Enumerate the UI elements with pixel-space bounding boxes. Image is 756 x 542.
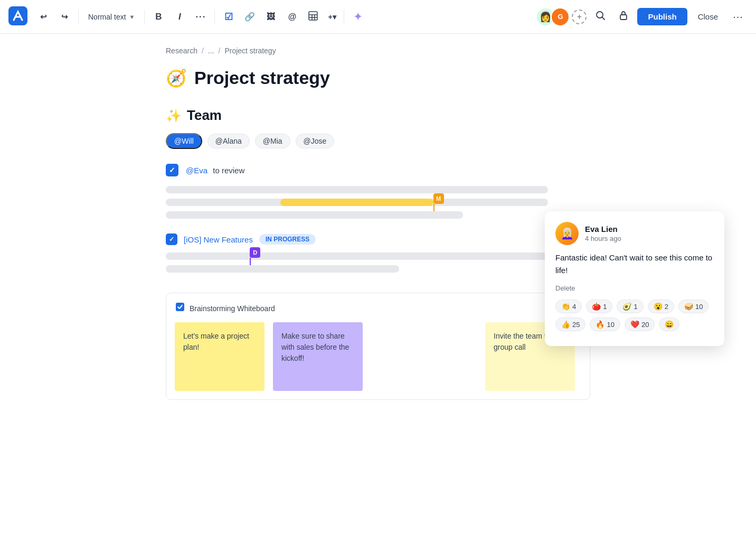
reaction-wow[interactable]: 😮 2: [648, 300, 674, 313]
mention-mia[interactable]: @Mia: [255, 134, 290, 148]
reaction-avocado-emoji: 🥑: [622, 302, 631, 311]
mention-list: @Will @Alana @Mia @Jose: [166, 133, 590, 149]
text-style-selector[interactable]: Normal text ▼: [83, 10, 140, 24]
task-text-1: @Eva to review: [186, 166, 244, 175]
chevron-down-icon: ▼: [129, 14, 135, 20]
comment-time: 4 hours ago: [585, 235, 621, 242]
mention-alana-label: @Alana: [215, 137, 242, 145]
reaction-thumbsup[interactable]: 👍 25: [555, 317, 585, 331]
page-title-row: 🧭 Project strategy: [166, 68, 590, 88]
publish-label: Publish: [648, 12, 676, 21]
whiteboard-section: Brainstorming Whiteboard Let's make a pr…: [166, 293, 590, 400]
comment-delete-button[interactable]: Delete: [555, 284, 714, 292]
text-style-label: Normal text: [88, 13, 126, 21]
reaction-avocado[interactable]: 🥑 1: [617, 300, 643, 313]
app-logo[interactable]: [8, 6, 27, 27]
gantt-bar-yellow: [280, 199, 433, 206]
link-icon: 🔗: [244, 12, 255, 22]
reaction-tomato-count: 1: [603, 303, 607, 311]
image-icon: 🖼: [267, 12, 275, 22]
comment-body: Fantastic idea! Can't wait to see this c…: [555, 251, 714, 277]
reaction-wow-emoji: 😮: [654, 302, 663, 311]
search-button[interactable]: [591, 7, 610, 26]
reaction-smile[interactable]: 😄: [659, 317, 679, 331]
comment-card: 👩‍🦳 Eva Lien 4 hours ago Fantastic idea!…: [545, 211, 724, 346]
undo-icon: ↩: [40, 12, 47, 22]
close-label: Close: [698, 12, 718, 21]
checkbox-insert-button[interactable]: ☑: [219, 7, 238, 26]
reaction-clap[interactable]: 👏 4: [555, 300, 582, 313]
comment-avatar-image: 👩‍🦳: [555, 222, 579, 245]
reaction-sandwich[interactable]: 🥪 10: [678, 300, 708, 313]
reaction-heart[interactable]: ❤️ 20: [625, 317, 655, 331]
reaction-smile-emoji: 😄: [665, 320, 674, 329]
italic-button[interactable]: I: [170, 7, 189, 26]
sparkle-icon: ✨: [166, 108, 182, 123]
gantt-section-1: M: [166, 186, 590, 224]
team-heading-text: Team: [187, 107, 222, 124]
mention-will[interactable]: @Will: [166, 133, 202, 149]
breadcrumb-item-1[interactable]: Research: [166, 46, 197, 55]
reaction-clap-emoji: 👏: [561, 302, 570, 311]
divider-1: [78, 10, 79, 24]
sticky-note-2-text: Make sure to share with sales before the…: [281, 331, 354, 364]
ai-button[interactable]: ✦: [348, 7, 367, 26]
search-icon: [595, 10, 606, 23]
toolbar-right: 👩 G +: [536, 7, 748, 26]
svg-rect-8: [620, 15, 627, 20]
sticky-note-1-text: Let's make a project plan!: [183, 331, 256, 353]
comment-header: 👩‍🦳 Eva Lien 4 hours ago: [555, 222, 714, 245]
mention-jose-label: @Jose: [304, 137, 327, 145]
task-card-name[interactable]: [iOS] New Features: [184, 235, 253, 244]
whiteboard-logo-icon: [175, 302, 185, 315]
comment-author-name: Eva Lien: [585, 225, 621, 233]
breadcrumb-item-3[interactable]: Project strategy: [224, 46, 276, 55]
svg-line-7: [602, 17, 605, 20]
comment-author-info: Eva Lien 4 hours ago: [585, 225, 621, 242]
close-button[interactable]: Close: [692, 8, 724, 25]
mention-mia-label: @Mia: [263, 137, 282, 145]
reaction-heart-emoji: ❤️: [630, 320, 639, 329]
reaction-wow-count: 2: [665, 303, 668, 311]
reaction-fire[interactable]: 🔥 10: [590, 317, 620, 331]
gantt-marker-m: M: [433, 193, 444, 204]
avatar-group: 👩 G +: [536, 7, 587, 26]
table-button[interactable]: [304, 7, 323, 26]
link-button[interactable]: 🔗: [240, 7, 259, 26]
reaction-heart-count: 20: [641, 321, 649, 329]
mention-button[interactable]: @: [282, 7, 301, 26]
avatar-user2[interactable]: G: [551, 7, 570, 26]
gantt-section-2: D: [166, 253, 590, 278]
more-formatting-icon: ···: [195, 12, 206, 22]
mention-will-label: @Will: [174, 137, 194, 145]
add-user-button[interactable]: +: [572, 10, 587, 24]
more-icon: ···: [733, 11, 743, 23]
team-section-heading: ✨ Team: [166, 107, 590, 124]
redo-button[interactable]: ↪: [55, 7, 74, 26]
mention-alana[interactable]: @Alana: [207, 134, 250, 148]
lock-button[interactable]: [614, 7, 633, 26]
breadcrumb-sep-1: /: [202, 46, 204, 55]
avatar-photo: 👩: [540, 11, 551, 23]
checkbox-checked-icon[interactable]: [166, 164, 178, 176]
italic-icon: I: [178, 12, 181, 22]
more-formatting-button[interactable]: ···: [191, 7, 210, 26]
undo-button[interactable]: ↩: [34, 7, 53, 26]
task-card-checkbox[interactable]: [166, 233, 177, 245]
more-options-button[interactable]: ···: [729, 7, 748, 26]
reaction-tomato[interactable]: 🍅 1: [586, 300, 612, 313]
reaction-thumbsup-count: 25: [572, 321, 580, 329]
task-mention[interactable]: @Eva: [186, 166, 207, 175]
publish-button[interactable]: Publish: [637, 8, 687, 25]
whiteboard-label[interactable]: Brainstorming Whiteboard: [190, 304, 275, 313]
divider-3: [214, 10, 215, 24]
breadcrumb-item-2[interactable]: ...: [208, 46, 214, 55]
image-button[interactable]: 🖼: [261, 7, 280, 26]
bold-button[interactable]: B: [149, 7, 168, 26]
comment-avatar: 👩‍🦳: [555, 222, 579, 245]
avatar-letter: G: [557, 13, 563, 21]
mention-jose[interactable]: @Jose: [296, 134, 335, 148]
content-area: Research / ... / Project strategy 🧭 Proj…: [140, 34, 616, 413]
insert-button[interactable]: +▾: [325, 7, 339, 26]
svg-rect-9: [176, 303, 184, 311]
